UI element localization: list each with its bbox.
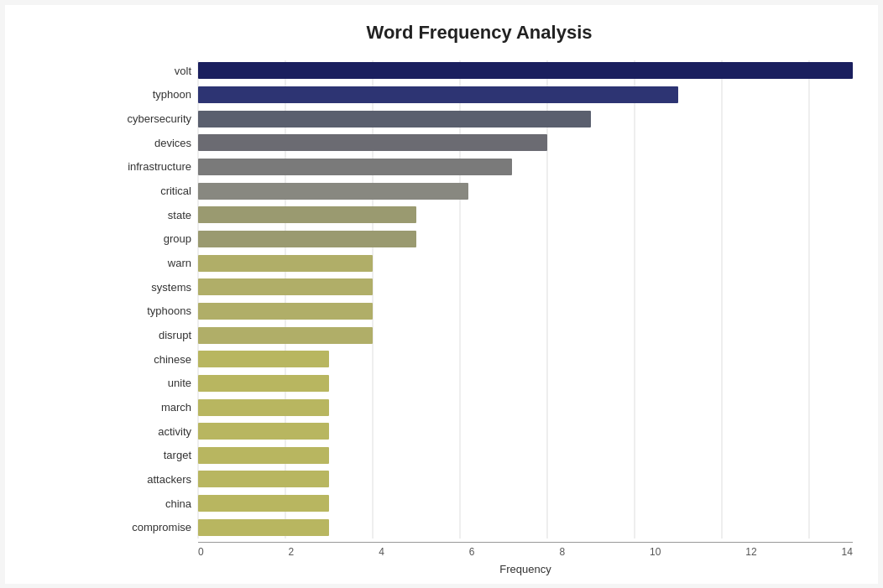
bar-fill [198,375,329,392]
bar-fill [198,255,373,272]
bar-label: volt [99,65,191,77]
bar-label: activity [99,425,191,438]
bar-fill [198,303,373,320]
bar-row: target [198,445,853,466]
bar-row: systems [198,276,853,298]
bar-row: infrastructure [198,156,853,178]
bar-label: state [99,209,191,221]
bar-row: cybersecurity [198,108,853,130]
bar-row: march [198,397,853,419]
x-tick-4: 4 [379,546,384,558]
bar-fill [198,519,329,536]
bar-fill [198,111,591,127]
bar-row: typhoons [198,300,853,322]
bar-row: chinese [198,348,853,370]
bar-label: typhoon [99,88,191,101]
bar-label: disrupt [99,329,191,341]
x-tick-2: 2 [289,546,295,558]
bar-fill [198,62,853,79]
bar-fill [198,471,329,487]
bar-fill [198,495,329,512]
bar-fill [198,134,547,151]
chart-title: Word Frequency Analysis [106,22,853,44]
bar-row: china [198,492,853,514]
bar-fill [198,278,373,295]
bar-label: compromise [99,521,191,533]
bars-container: volttyphooncybersecuritydevicesinfrastru… [198,60,853,539]
bar-row: compromise [198,517,853,539]
x-tick-14: 14 [842,546,853,558]
bar-label: systems [99,281,191,294]
bar-label: cybersecurity [99,112,191,125]
x-tick-0: 0 [198,546,204,558]
bar-row: typhoon [198,84,853,106]
bar-row: warn [198,252,853,274]
x-axis-title: Frequency [198,563,853,575]
bar-row: activity [198,420,853,442]
bar-row: group [198,228,853,250]
bar-fill [198,206,416,223]
bar-row: volt [198,60,853,82]
bar-fill [198,86,678,103]
x-tick-8: 8 [559,546,565,558]
bar-row: disrupt [198,325,853,346]
x-tick-12: 12 [745,546,756,558]
x-tick-10: 10 [650,546,661,558]
x-tick-6: 6 [469,546,475,558]
bar-label: china [99,497,191,510]
bar-label: chinese [99,353,191,366]
bar-label: infrastructure [99,160,191,173]
bar-label: march [99,401,191,414]
bar-fill [198,351,329,367]
bar-row: state [198,204,853,226]
bar-fill [198,447,329,464]
bar-fill [198,399,329,416]
x-axis-labels: 0 2 4 6 8 10 12 14 [198,546,853,558]
chart-container: Word Frequency Analysis volttyphooncyber… [5,5,878,584]
bar-label: attackers [99,473,191,486]
bar-fill [198,327,373,344]
bar-label: unite [99,377,191,389]
bar-label: group [99,232,191,245]
bar-fill [198,423,329,440]
bar-fill [198,231,416,247]
bar-label: warn [99,257,191,269]
bar-row: devices [198,132,853,154]
bar-fill [198,159,512,175]
bar-row: critical [198,180,853,202]
bar-row: unite [198,372,853,394]
bar-label: target [99,449,191,461]
bar-row: attackers [198,469,853,491]
x-axis: 0 2 4 6 8 10 12 14 Frequency [198,542,853,575]
bar-label: typhoons [99,304,191,317]
bar-fill [198,183,468,200]
bar-label: critical [99,185,191,197]
bar-label: devices [99,137,191,149]
